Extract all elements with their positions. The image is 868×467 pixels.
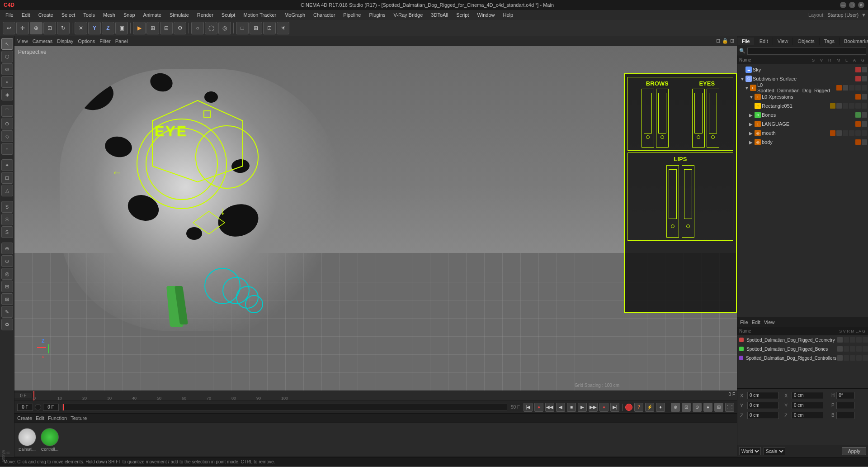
subdiv-action-1[interactable] — [855, 76, 861, 81]
dog-action-1[interactable] — [836, 85, 842, 91]
tool-light[interactable]: ✦ — [1, 159, 13, 171]
mat-function-btn[interactable]: Function — [48, 415, 67, 421]
prev-key-button[interactable]: ◀◀ — [545, 403, 554, 412]
jump-end-button[interactable]: ▶| — [610, 403, 619, 412]
menu-pipeline[interactable]: Pipeline — [340, 11, 364, 19]
eye-slider-1[interactable] — [692, 89, 705, 148]
dog-action-5[interactable] — [862, 85, 867, 91]
obj-tab-edit[interactable]: Edit — [755, 38, 773, 45]
layer-geo-action-1[interactable] — [837, 337, 843, 343]
layer-bones-action-3[interactable] — [850, 346, 855, 352]
menu-script[interactable]: Script — [453, 11, 472, 19]
light-button[interactable]: ☀ — [277, 22, 289, 34]
tool-primitive[interactable]: △ — [1, 185, 13, 196]
lang-action-1[interactable] — [855, 121, 861, 127]
menu-snap[interactable]: Snap — [120, 11, 139, 19]
menu-file[interactable]: File — [2, 11, 17, 19]
menu-plugins[interactable]: Plugins — [365, 11, 389, 19]
obj-tab-bookmarks[interactable]: Bookmarks — [840, 38, 868, 45]
tool-camera[interactable]: ⊡ — [1, 172, 13, 184]
layer-item-geometry[interactable]: Spotted_Dalmatian_Dog_Rigged_Geometry — [737, 335, 868, 344]
menu-create[interactable]: Create — [35, 11, 57, 19]
jump-start-button[interactable]: |◀ — [524, 403, 533, 412]
tool-poly[interactable]: ⬡ — [1, 51, 13, 62]
menu-render[interactable]: Render — [193, 11, 217, 19]
layer-bones-action-4[interactable] — [856, 346, 862, 352]
layer-ctrl-action-4[interactable] — [856, 355, 862, 361]
menu-window[interactable]: Window — [473, 11, 498, 19]
z2-position-input[interactable]: 0 cm — [792, 412, 823, 419]
mouth-action-3[interactable] — [843, 130, 848, 136]
x2-position-input[interactable]: 0 cm — [792, 392, 823, 399]
menu-help[interactable]: Help — [500, 11, 517, 19]
delete-button[interactable]: ✕ — [75, 22, 87, 34]
menu-character[interactable]: Character — [310, 11, 339, 19]
tree-item-language[interactable]: ▶ L LANGUAGE — [738, 119, 867, 129]
viewport[interactable]: Perspective Z x ← ↓ — [14, 46, 737, 391]
layer-geo-action-2[interactable] — [844, 337, 849, 343]
eye-slider-2[interactable] — [707, 89, 719, 148]
layer-bones-action-2[interactable] — [844, 346, 849, 352]
viewport-filter-menu[interactable]: Filter — [99, 38, 110, 44]
subdiv-action-2[interactable] — [862, 76, 867, 81]
viewport-view-menu[interactable]: View — [17, 38, 28, 44]
tool-cursor[interactable]: ↖ — [1, 38, 13, 50]
snap-settings-button[interactable]: ⋮⋮ — [725, 403, 734, 412]
snap-scale-button[interactable]: ⊡ — [682, 403, 691, 412]
mouth-action-6[interactable] — [862, 130, 867, 136]
smooth-button[interactable]: ◯ — [205, 22, 217, 34]
rotate-button[interactable]: ↻ — [57, 22, 70, 34]
rect-action-2[interactable] — [836, 103, 842, 109]
tool-nurbs[interactable]: ⊙ — [1, 118, 13, 129]
object-search-input[interactable] — [747, 48, 866, 55]
rect-action-4[interactable] — [849, 103, 854, 109]
tool-sculpt7[interactable]: ✿ — [1, 319, 13, 330]
brow-slider-2[interactable] — [656, 89, 669, 148]
tool-model[interactable]: ◈ — [1, 89, 13, 100]
menu-simulate[interactable]: Simulate — [166, 11, 193, 19]
play-mode-btn[interactable] — [35, 404, 41, 410]
layer-item-bones[interactable]: Spotted_Dalmatian_Dog_Rigged_Bones — [737, 344, 868, 353]
dog-action-3[interactable] — [849, 85, 854, 91]
start-frame-input[interactable] — [17, 404, 33, 411]
front-view-button[interactable]: □ — [236, 22, 249, 34]
scale-button[interactable]: ⊡ — [43, 22, 56, 34]
body-action-2[interactable] — [862, 139, 867, 145]
coord-system-button[interactable]: Y — [88, 22, 101, 34]
camera-button[interactable]: ⊡ — [263, 22, 276, 34]
tool-sculpt1[interactable]: ⊕ — [1, 243, 13, 254]
mouth-action-4[interactable] — [849, 130, 854, 136]
obj-tab-tags[interactable]: Tags — [820, 38, 840, 45]
layer-geo-action-5[interactable] — [863, 337, 868, 343]
viewport-display-menu[interactable]: Display — [57, 38, 73, 44]
menu-select[interactable]: Select — [58, 11, 79, 19]
tool-sculpt5[interactable]: ⊠ — [1, 293, 13, 305]
render-all-button[interactable]: ⊟ — [160, 22, 173, 34]
menu-animate[interactable]: Animate — [140, 11, 165, 19]
snap-rot-button[interactable]: ⊙ — [693, 403, 702, 412]
world-coord-button[interactable]: Z — [102, 22, 114, 34]
world-space-select[interactable]: World — [739, 447, 761, 455]
tool-sculpt6[interactable]: ✎ — [1, 306, 13, 318]
mouth-action-5[interactable] — [855, 130, 861, 136]
next-key-button[interactable]: ▶▶ — [589, 403, 598, 412]
maximize-button[interactable]: □ — [849, 2, 855, 8]
layer-geo-action-3[interactable] — [850, 337, 855, 343]
material-item-dalmatian[interactable]: Dalmati... — [18, 428, 36, 452]
undo-button[interactable]: ↩ — [3, 22, 15, 34]
render-region-button[interactable]: ⊞ — [146, 22, 159, 34]
viewport-lock-icon[interactable]: 🔒 — [722, 38, 728, 44]
tree-item-rect051[interactable]: □ Rectangle051 — [738, 101, 867, 110]
material-item-controller[interactable]: Controll... — [41, 428, 59, 452]
stop-button[interactable]: ■ — [567, 403, 576, 412]
tool-sculpt3[interactable]: ◎ — [1, 268, 13, 280]
tree-item-subdiv[interactable]: ▼ ⬡ Subdivision Surface — [738, 74, 867, 83]
menu-tools[interactable]: Tools — [80, 11, 99, 19]
layer-ctrl-action-1[interactable] — [837, 355, 843, 361]
z-position-input[interactable]: 0 cm — [747, 412, 779, 419]
render-settings-button[interactable]: ⚙ — [174, 22, 186, 34]
magnet-button[interactable]: ◎ — [218, 22, 231, 34]
live-selection-button[interactable]: ✛ — [16, 22, 29, 34]
h-input[interactable]: 0° — [836, 392, 854, 399]
layer-bones-action-1[interactable] — [837, 346, 843, 352]
